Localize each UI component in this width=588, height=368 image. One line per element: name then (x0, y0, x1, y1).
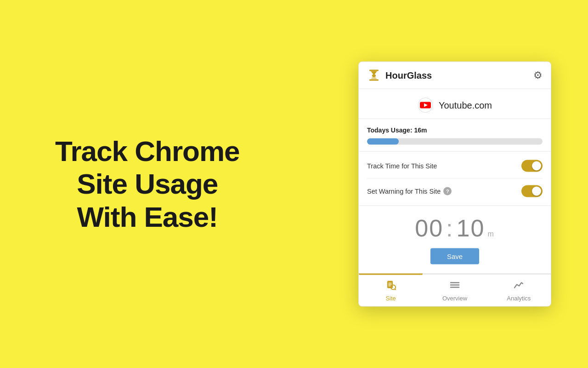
brand-name: HourGlass (385, 70, 432, 80)
usage-label: Todays Usage: 16m (367, 126, 543, 134)
svg-rect-0 (369, 70, 379, 71)
timer-minutes[interactable]: 10 (457, 214, 485, 242)
tab-site[interactable]: Site (359, 275, 423, 306)
overview-tab-icon (450, 280, 460, 293)
tab-analytics-label: Analytics (507, 295, 531, 302)
svg-rect-1 (369, 80, 379, 81)
track-time-label: Track Time for This Site (367, 162, 437, 170)
popup-header: HourGlass ⚙ (359, 62, 551, 89)
extension-popup: HourGlass ⚙ Youtube.com Todays Usage: 16… (358, 62, 551, 307)
timer-display: 00 : 10 m (415, 214, 494, 242)
popup-panel: HourGlass ⚙ Youtube.com Todays Usage: 16… (358, 62, 551, 307)
set-warning-label-text: Set Warning for This Site (367, 188, 441, 195)
site-domain: Youtube.com (439, 100, 492, 110)
hero-line1: Track Chrome (55, 135, 240, 167)
tab-site-label: Site (385, 295, 396, 302)
progress-bar-background (367, 138, 543, 145)
timer-hours[interactable]: 00 (415, 214, 443, 242)
youtube-icon (418, 98, 433, 113)
brand-logo: HourGlass (367, 69, 432, 82)
tab-analytics[interactable]: Analytics (487, 275, 551, 306)
hero-line3: With Ease! (55, 201, 240, 233)
set-warning-row: Set Warning for This Site ? (367, 179, 543, 204)
site-tab-icon (386, 280, 396, 293)
svg-point-2 (372, 75, 376, 77)
usage-label-text: Todays Usage: (367, 126, 414, 134)
usage-section: Todays Usage: 16m (359, 119, 551, 152)
hero-text: Track Chrome Site Usage With Ease! (55, 135, 240, 233)
toggle-section: Track Time for This Site Set Warning for… (359, 152, 551, 206)
progress-bar-fill (367, 138, 399, 145)
bottom-navigation: Site Overview (359, 274, 551, 306)
track-time-thumb (532, 161, 541, 171)
save-button[interactable]: Save (430, 248, 479, 264)
tab-overview-label: Overview (442, 295, 467, 302)
current-site-row: Youtube.com (359, 89, 551, 119)
settings-icon[interactable]: ⚙ (533, 69, 543, 81)
warning-toggle[interactable] (521, 185, 543, 197)
track-time-row: Track Time for This Site (367, 154, 543, 179)
usage-value: 16m (414, 126, 427, 134)
warning-toggle-thumb (532, 187, 541, 196)
timer-colon: : (445, 214, 454, 242)
svg-line-8 (395, 289, 396, 290)
track-time-toggle[interactable] (521, 160, 543, 172)
hero-line2: Site Usage (55, 167, 240, 200)
tab-overview[interactable]: Overview (423, 275, 486, 306)
timer-unit: m (487, 230, 494, 238)
hourglass-icon (367, 69, 381, 82)
analytics-tab-icon (514, 280, 524, 293)
help-icon[interactable]: ? (443, 187, 452, 196)
set-warning-label: Set Warning for This Site ? (367, 187, 452, 196)
timer-section: 00 : 10 m Save (359, 206, 551, 274)
